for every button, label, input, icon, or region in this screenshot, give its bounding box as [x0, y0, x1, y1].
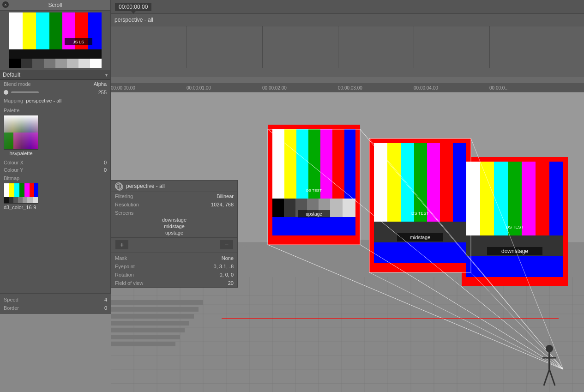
screens-label: Screens	[115, 210, 234, 216]
blend-mode-value: Alpha	[94, 81, 107, 87]
colour-x-value: 0	[104, 160, 107, 165]
svg-text:DS TEST: DS TEST	[506, 225, 524, 229]
resolution-value: 1024, 768	[211, 202, 234, 207]
border-label: Border	[4, 305, 19, 311]
svg-text:DS TEST: DS TEST	[306, 188, 322, 193]
properties-popup: perspective - all Filtering Bilinear Res…	[111, 180, 238, 288]
svg-rect-98	[330, 199, 343, 217]
colour-y-label: Colour Y	[4, 167, 24, 173]
props-title: perspective - all	[126, 183, 165, 189]
blend-mode-label: Blend mode	[4, 81, 31, 87]
add-screen-button[interactable]: +	[115, 240, 129, 250]
colour-y-row: Colour Y 0	[0, 166, 110, 174]
svg-rect-11	[32, 59, 44, 68]
palette-label: Palette	[4, 108, 107, 113]
time-vline-3	[338, 26, 338, 68]
svg-rect-34	[18, 197, 23, 204]
timecode-display: 00:00:00.00	[114, 2, 152, 12]
screens-section: Screens downstage midstage upstage	[111, 209, 237, 237]
timeline-tracks: perspective - all 00:00:00.00 00:00:01.0…	[111, 14, 584, 92]
speed-row: Speed 4	[0, 296, 111, 304]
close-button[interactable]: ×	[2, 1, 9, 8]
close-icon: ×	[4, 2, 7, 7]
filtering-label: Filtering	[115, 193, 133, 199]
palette-name: hsvpalette	[4, 151, 38, 156]
svg-rect-91	[344, 129, 355, 199]
speed-label: Speed	[4, 297, 18, 302]
svg-rect-106	[387, 143, 401, 222]
svg-rect-119	[480, 162, 494, 235]
screen-downstage: downstage	[115, 217, 234, 223]
rotation-label: Rotation	[115, 272, 134, 277]
opacity-slider[interactable]	[11, 91, 39, 93]
rotation-values: 0, 0, 0	[219, 272, 234, 277]
border-value: 0	[104, 305, 107, 311]
props-divider	[111, 253, 237, 253]
svg-text:upstage: upstage	[306, 211, 322, 217]
svg-rect-75	[111, 307, 199, 312]
svg-rect-1	[23, 12, 36, 49]
timecode-bar: 00:00:00.00	[111, 0, 584, 14]
svg-rect-74	[111, 300, 203, 305]
svg-rect-111	[453, 143, 466, 222]
svg-rect-15	[78, 59, 90, 68]
panel-title: Scroll	[48, 2, 62, 8]
track-label: perspective - all	[114, 17, 153, 23]
upstage-screen: DS TEST upstage	[272, 129, 355, 235]
svg-rect-37	[33, 197, 38, 204]
svg-rect-124	[549, 162, 563, 235]
svg-text:DS TEST: DS TEST	[411, 211, 429, 216]
time-marker-0: 00:00:00.00	[111, 85, 135, 90]
midstage-screen: DS TEST midstage	[374, 143, 466, 263]
time-marker-3: 00:00:03.00	[338, 85, 362, 90]
fov-value: 20	[228, 280, 234, 286]
default-dropdown[interactable]: Default ▾	[0, 70, 110, 80]
remove-screen-button[interactable]: −	[220, 240, 234, 250]
opacity-value: 255	[98, 90, 107, 95]
mask-label: Mask	[115, 255, 127, 261]
test-card-svg: JS LS	[9, 12, 102, 68]
time-marker-4: 00:00:04.00	[414, 85, 438, 90]
svg-rect-32	[9, 197, 13, 204]
palette-preview	[4, 115, 38, 150]
svg-rect-2	[36, 12, 49, 49]
svg-rect-105	[374, 143, 387, 222]
time-vline-5	[489, 26, 490, 68]
svg-rect-9	[9, 59, 21, 68]
globe-icon	[115, 182, 122, 190]
bitmap-preview	[4, 183, 38, 204]
opacity-row: 255	[0, 88, 110, 96]
timecode-value: 00:00:00.00	[119, 4, 148, 10]
globe-svg	[116, 183, 123, 191]
svg-rect-3	[49, 12, 62, 49]
colour-x-label: Colour X	[4, 160, 24, 165]
svg-rect-12	[44, 59, 55, 68]
svg-rect-33	[13, 197, 18, 204]
svg-text:JS LS: JS LS	[72, 40, 84, 44]
svg-rect-76	[111, 314, 194, 319]
bitmap-name: d3_color_16-9	[4, 205, 107, 210]
svg-rect-123	[536, 162, 549, 235]
svg-rect-35	[23, 197, 27, 204]
mask-row: Mask None	[111, 254, 237, 262]
svg-rect-78	[111, 328, 185, 332]
resolution-row: Resolution 1024, 768	[111, 200, 237, 209]
svg-rect-122	[522, 162, 536, 235]
resolution-label: Resolution	[115, 202, 139, 207]
opacity-dot-icon	[4, 90, 8, 95]
time-vline-2	[262, 26, 263, 68]
svg-rect-86	[284, 129, 296, 199]
svg-rect-14	[67, 59, 78, 68]
speed-value: 4	[104, 297, 107, 302]
svg-rect-21	[4, 133, 13, 150]
svg-rect-79	[111, 335, 180, 339]
svg-rect-118	[466, 162, 480, 235]
svg-rect-16	[90, 59, 102, 68]
svg-rect-126	[466, 256, 563, 277]
svg-rect-36	[27, 197, 33, 204]
timeline-ruler: 00:00:00.00 00:00:01.00 00:00:02.00 00:0…	[111, 83, 584, 92]
border-row: Border 0	[0, 304, 111, 312]
time-vline-0	[111, 26, 111, 68]
filtering-row: Filtering Bilinear	[111, 192, 237, 200]
svg-rect-22	[13, 133, 38, 150]
